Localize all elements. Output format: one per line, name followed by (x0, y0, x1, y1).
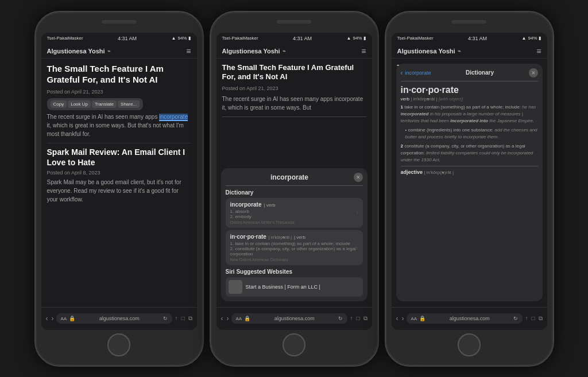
carrier-2: Tsel-PakaiMasker (222, 36, 258, 41)
phone-2-screen: Tsel-PakaiMasker 4:31 AM ▲ 94% ▮ Algusti… (216, 33, 372, 330)
text-after-highlight: it, which is great in some ways. But tha… (47, 122, 184, 137)
bottom-bar-2: ‹ › AA 🔒 algustionesa.com ↻ ↑ □ ⧉ (216, 307, 372, 330)
lock-icon-2: 🔒 (244, 316, 250, 321)
url-text-1: algustionesa.com (78, 316, 161, 321)
dict-entry1-def2: 2. embody (230, 214, 357, 219)
rss-icon-3[interactable]: ⌁ (458, 48, 461, 54)
lock-icon-3: 🔒 (419, 316, 425, 321)
url-bar-3[interactable]: AA 🔒 algustionesa.com ↻ (407, 313, 523, 324)
siri-item-icon (229, 280, 242, 294)
dict-entry1-pos: | verb (264, 203, 276, 208)
dictionary-section-label: Dictionary (226, 189, 363, 196)
siri-item-text: Start a Business | Form an LLC | (246, 284, 320, 290)
bookmarks-icon-2[interactable]: □ (356, 315, 359, 322)
aa-label-3: AA (411, 316, 417, 321)
bottom-bar-3: ‹ › AA 🔒 algustionesa.com ↻ ↑ □ ⧉ (392, 307, 547, 330)
dict-close-btn[interactable]: ✕ (529, 68, 538, 77)
dict-entry-1[interactable]: incorporate | verb 1. absorb 2. embody O… (226, 198, 363, 228)
nav-title-2: Algustionesa Yoshi ⌁ (222, 48, 285, 55)
forward-arrow-1[interactable]: › (52, 314, 54, 322)
dict-qualifier: [with object] (439, 96, 463, 102)
dict-entry2-pronunciation: | in'kôrpərāt | (269, 235, 292, 240)
dict-entry2-word: in·cor·po·rate (230, 234, 266, 240)
rss-icon-2[interactable]: ⌁ (283, 48, 285, 54)
battery-2: ▲ 94% ▮ (347, 36, 366, 41)
menu-icon-1[interactable]: ≡ (186, 46, 191, 56)
nav-bar-3: Algustionesa Yoshi ⌁ ≡ (392, 44, 547, 59)
signal-icon-2: ▲ (347, 36, 351, 41)
close-icon-2: ✕ (356, 174, 361, 180)
dict-back-nav[interactable]: ‹ incorporate (401, 69, 431, 77)
lookup-close-btn[interactable]: ✕ (354, 173, 363, 182)
status-bar-3: Tsel-PakaiMasker 4:31 AM ▲ 94% ▮ (392, 33, 547, 44)
nav-title-3: Algustionesa Yoshi ⌁ (397, 48, 461, 55)
bookmarks-icon-1[interactable]: □ (181, 315, 184, 322)
aa-label-1: AA (61, 316, 67, 321)
reload-icon-2[interactable]: ↻ (338, 316, 343, 321)
dict-back-label: incorporate (405, 70, 431, 76)
reload-icon-1[interactable]: ↻ (163, 316, 168, 321)
dict-definitions: 1 take in or contain (something) as part… (401, 104, 538, 177)
dict-entry-2[interactable]: in·cor·po·rate | in'kôrpərāt | | verb 1.… (226, 230, 363, 265)
toolbar-icons-1: ↑ □ ⧉ (175, 315, 192, 322)
article1-body-2: The recent surge in AI has seen many app… (222, 95, 366, 112)
tabs-icon-2[interactable]: ⧉ (363, 315, 368, 322)
close-icon-3: ✕ (531, 70, 536, 76)
phone-1: Tsel-PakaiMasker 4:31 AM ▲ 94% ▮ Algusti… (34, 11, 204, 367)
bullet-1-block: • combine (ingredients) into one substan… (405, 127, 538, 141)
battery-icon-3: ▮ (539, 36, 541, 41)
phone-1-screen: Tsel-PakaiMasker 4:31 AM ▲ 94% ▮ Algusti… (41, 33, 197, 330)
battery-icon-2: ▮ (363, 36, 366, 41)
forward-arrow-2[interactable]: › (227, 314, 229, 322)
share-btn[interactable]: Share... (118, 100, 140, 108)
dict-entry2-source: New Oxford American Dictionary (230, 258, 357, 262)
carrier-1: Tsel-PakaiMasker (47, 36, 83, 41)
lookup-word: incorporate (270, 173, 308, 181)
share-icon-3[interactable]: ↑ (525, 315, 528, 322)
url-bar-2[interactable]: AA 🔒 algustionesa.com ↻ (231, 313, 348, 324)
rss-icon-1[interactable]: ⌁ (107, 48, 110, 54)
chevron-right-icon-1: › (356, 209, 358, 216)
nav-bar-1: Algustionesa Yoshi ⌁ ≡ (41, 44, 197, 59)
copy-btn[interactable]: Copy (51, 100, 67, 108)
toolbar-icons-2: ↑ □ ⧉ (350, 315, 367, 322)
dict-adjective-block: adjective | in'kôrp(ə)rāt | (401, 169, 538, 177)
article1-date-1: Posted on April 21, 2023 (47, 89, 191, 95)
back-arrow-2[interactable]: ‹ (221, 314, 223, 322)
article1-date-2: Posted on April 21, 2023 (222, 85, 366, 91)
article2-date-1: Posted on April 8, 2023 (47, 170, 191, 176)
nav-arrows-3: ‹ › (396, 314, 404, 322)
dict-entry1-source: Oxford American Writer's Thesaurus (230, 220, 357, 224)
reload-icon-3[interactable]: ↻ (513, 316, 518, 321)
context-menu-1: Copy Look Up Translate Share... (47, 98, 144, 110)
phone-2: Tsel-PakaiMasker 4:31 AM ▲ 94% ▮ Algusti… (210, 11, 379, 367)
article2-title-1: Spark Mail Review: An Email Client I Lov… (47, 147, 191, 168)
lookup-btn[interactable]: Look Up (68, 100, 91, 108)
time-3: 4:31 AM (468, 36, 487, 41)
time-1: 4:31 AM (118, 36, 137, 41)
forward-arrow-3[interactable]: › (402, 314, 404, 322)
back-arrow-1[interactable]: ‹ (46, 314, 48, 322)
translate-btn[interactable]: Translate (92, 100, 117, 108)
url-bar-1[interactable]: AA 🔒 algustionesa.com ↻ (56, 313, 173, 324)
bookmarks-icon-3[interactable]: □ (531, 315, 535, 322)
dict-pos-label: verb (401, 96, 410, 102)
menu-icon-2[interactable]: ≡ (361, 46, 366, 56)
menu-icon-3[interactable]: ≡ (536, 46, 541, 56)
tabs-icon-3[interactable]: ⧉ (539, 315, 543, 322)
dict-separator (401, 166, 538, 166)
share-icon-2[interactable]: ↑ (350, 315, 353, 322)
back-arrow-3[interactable]: ‹ (396, 314, 399, 322)
status-bar-2: Tsel-PakaiMasker 4:31 AM ▲ 94% ▮ (216, 33, 372, 44)
status-bar-1: Tsel-PakaiMasker 4:31 AM ▲ 94% ▮ (41, 33, 197, 44)
siri-item[interactable]: Start a Business | Form an LLC | (226, 277, 363, 297)
tabs-icon-1[interactable]: ⧉ (188, 315, 192, 322)
def-2-block: 2 constitute (a company, city, or other … (401, 143, 538, 164)
dict-main-word: in·cor·po·rate (401, 85, 538, 95)
nav-arrows-1: ‹ › (46, 314, 54, 322)
article1-title-2: The Small Tech Feature I Am Grateful For… (222, 63, 366, 83)
share-icon-1[interactable]: ↑ (175, 315, 177, 322)
battery-icon-1: ▮ (188, 36, 191, 41)
chevron-right-icon-2: › (356, 244, 358, 251)
article1-title-1: The Small Tech Feature I Am Grateful For… (47, 63, 191, 85)
